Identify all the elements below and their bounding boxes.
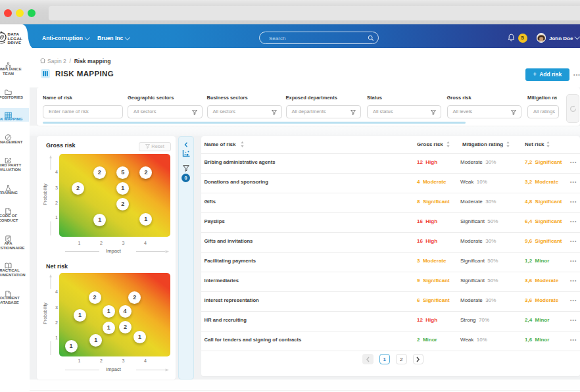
svg-text:DRIVE: DRIVE — [8, 40, 22, 45]
